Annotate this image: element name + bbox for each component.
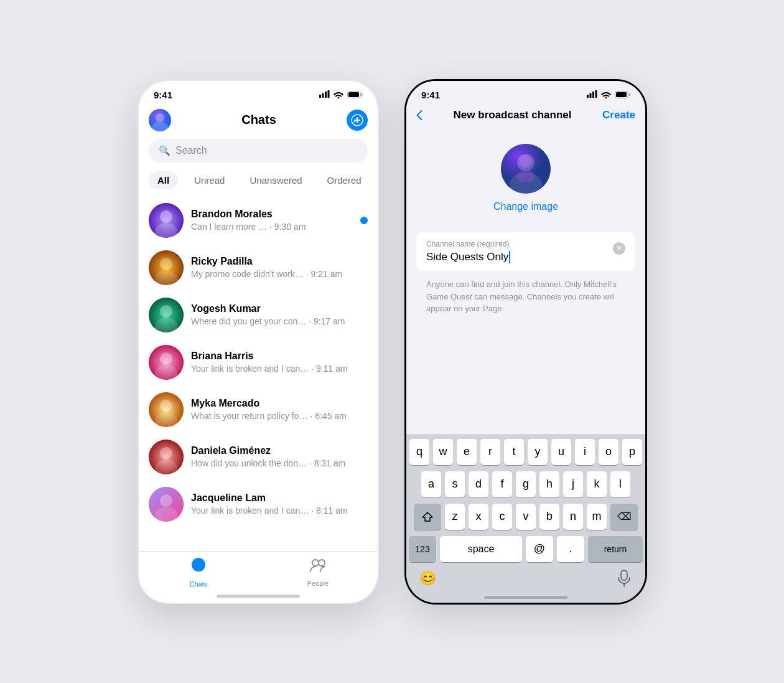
chat-item-ricky[interactable]: Ricky Padilla My promo code didn't work…… bbox=[139, 244, 378, 291]
wifi-icon-left bbox=[334, 90, 343, 100]
key-h[interactable]: h bbox=[539, 471, 559, 497]
clear-input-button[interactable]: ✕ bbox=[613, 242, 625, 255]
key-l[interactable]: l bbox=[610, 471, 630, 497]
user-avatar[interactable] bbox=[149, 109, 171, 131]
chat-name-briana: Briana Harris bbox=[191, 351, 368, 362]
key-r[interactable]: r bbox=[480, 439, 500, 465]
svg-rect-45 bbox=[621, 570, 627, 580]
chat-info-daniela: Daniela Giménez How did you unlock the d… bbox=[191, 445, 368, 468]
key-u[interactable]: u bbox=[551, 439, 571, 465]
key-o[interactable]: o bbox=[599, 439, 618, 465]
chat-item-jacqueline[interactable]: Jacqueline Lam Your link is broken and I… bbox=[139, 481, 378, 528]
key-k[interactable]: k bbox=[587, 471, 607, 497]
emoji-button[interactable]: 😊 bbox=[414, 565, 441, 592]
right-phone: 9:41 bbox=[404, 79, 647, 605]
key-s[interactable]: s bbox=[445, 471, 465, 497]
chat-preview-jacqueline: Your link is broken and I can… · 8:11 am bbox=[191, 506, 368, 516]
create-button[interactable]: Create bbox=[602, 109, 635, 121]
key-123[interactable]: 123 bbox=[409, 536, 436, 562]
svg-point-7 bbox=[156, 113, 164, 122]
key-j[interactable]: j bbox=[563, 471, 583, 497]
key-n[interactable]: n bbox=[563, 504, 583, 530]
chat-preview-yogesh: Where did you get your con… · 9:17 am bbox=[191, 316, 368, 326]
svg-point-17 bbox=[160, 305, 172, 318]
key-space[interactable]: space bbox=[440, 536, 522, 562]
svg-rect-5 bbox=[348, 92, 359, 97]
chat-item-myka[interactable]: Myka Mercado What is your return policy … bbox=[139, 386, 378, 433]
chat-preview-daniela: How did you unlock the doo… · 8:31 am bbox=[191, 458, 368, 468]
key-t[interactable]: t bbox=[504, 439, 524, 465]
mic-button[interactable] bbox=[610, 565, 638, 592]
key-e[interactable]: e bbox=[457, 439, 477, 465]
key-at[interactable]: @ bbox=[526, 536, 553, 562]
channel-setup: Change image bbox=[406, 129, 645, 232]
search-bar[interactable]: 🔍 Search bbox=[149, 139, 368, 163]
key-a[interactable]: a bbox=[421, 471, 441, 497]
avatar-myka bbox=[149, 392, 184, 427]
key-delete[interactable]: ⌫ bbox=[610, 504, 638, 530]
svg-rect-0 bbox=[319, 95, 321, 98]
key-m[interactable]: m bbox=[587, 504, 607, 530]
home-indicator-right bbox=[484, 596, 567, 599]
channel-avatar[interactable] bbox=[501, 144, 551, 194]
new-chat-button[interactable] bbox=[347, 110, 368, 131]
svg-point-23 bbox=[160, 400, 172, 412]
chat-name-daniela: Daniela Giménez bbox=[191, 445, 368, 456]
chats-tab-icon bbox=[190, 557, 207, 578]
chat-name-brandon: Brandon Morales bbox=[191, 209, 353, 220]
signal-icon-left bbox=[319, 90, 330, 100]
key-w[interactable]: w bbox=[433, 439, 453, 465]
chat-name-yogesh: Yogesh Kumar bbox=[191, 303, 368, 314]
wifi-icon-right bbox=[601, 90, 611, 100]
filter-all[interactable]: All bbox=[149, 171, 178, 189]
key-b[interactable]: b bbox=[539, 504, 559, 530]
key-x[interactable]: x bbox=[469, 504, 488, 530]
battery-icon-right bbox=[615, 90, 630, 100]
key-g[interactable]: g bbox=[516, 471, 536, 497]
svg-point-33 bbox=[319, 560, 325, 566]
svg-point-11 bbox=[160, 210, 172, 223]
chat-item-yogesh[interactable]: Yogesh Kumar Where did you get your con…… bbox=[139, 291, 378, 339]
channel-name-input[interactable]: Channel name (required) Side Quests Only… bbox=[416, 232, 635, 271]
key-f[interactable]: f bbox=[492, 471, 512, 497]
svg-rect-2 bbox=[325, 92, 327, 98]
channel-info-text: Anyone can find and join this channel. O… bbox=[406, 278, 645, 315]
key-shift[interactable] bbox=[414, 504, 441, 530]
keyboard: q w e r t y u i o p a s d f g bbox=[406, 434, 645, 603]
chat-info-yogesh: Yogesh Kumar Where did you get your con…… bbox=[191, 303, 368, 326]
time-right: 9:41 bbox=[421, 90, 440, 100]
filter-tabs: All Unread Unanswered Ordered bbox=[139, 169, 378, 197]
key-period[interactable]: . bbox=[557, 536, 584, 562]
keyboard-icon-row: 😊 bbox=[409, 565, 643, 592]
svg-rect-36 bbox=[592, 92, 594, 98]
chats-header: Chats bbox=[139, 104, 378, 139]
svg-point-32 bbox=[312, 560, 319, 566]
chat-info-myka: Myka Mercado What is your return policy … bbox=[191, 398, 368, 421]
filter-ordered[interactable]: Ordered bbox=[319, 171, 370, 189]
chat-item-briana[interactable]: Briana Harris Your link is broken and I … bbox=[139, 339, 378, 386]
key-z[interactable]: z bbox=[445, 504, 465, 530]
tab-chats[interactable]: Chats bbox=[139, 557, 258, 588]
chat-item-brandon[interactable]: Brandon Morales Can I learn more … · 9:3… bbox=[139, 197, 378, 244]
chat-preview-briana: Your link is broken and I can… · 9:11 am bbox=[191, 364, 368, 374]
filter-unread[interactable]: Unread bbox=[185, 171, 233, 189]
key-y[interactable]: y bbox=[528, 439, 548, 465]
key-v[interactable]: v bbox=[516, 504, 536, 530]
change-image-button[interactable]: Change image bbox=[493, 201, 558, 212]
key-c[interactable]: c bbox=[492, 504, 512, 530]
unread-dot-brandon bbox=[360, 217, 368, 224]
key-q[interactable]: q bbox=[409, 439, 429, 465]
chat-item-daniela[interactable]: Daniela Giménez How did you unlock the d… bbox=[139, 433, 378, 481]
back-button[interactable] bbox=[416, 110, 422, 120]
key-p[interactable]: p bbox=[622, 439, 642, 465]
key-d[interactable]: d bbox=[469, 471, 488, 497]
chat-info-briana: Briana Harris Your link is broken and I … bbox=[191, 351, 368, 374]
chat-name-ricky: Ricky Padilla bbox=[191, 256, 368, 267]
key-i[interactable]: i bbox=[575, 439, 595, 465]
svg-point-43 bbox=[520, 155, 532, 167]
key-return[interactable]: return bbox=[588, 536, 643, 562]
chats-tab-label: Chats bbox=[190, 580, 208, 588]
svg-point-31 bbox=[192, 558, 205, 572]
filter-unanswered[interactable]: Unanswered bbox=[241, 171, 310, 189]
tab-people[interactable]: People bbox=[258, 557, 378, 588]
